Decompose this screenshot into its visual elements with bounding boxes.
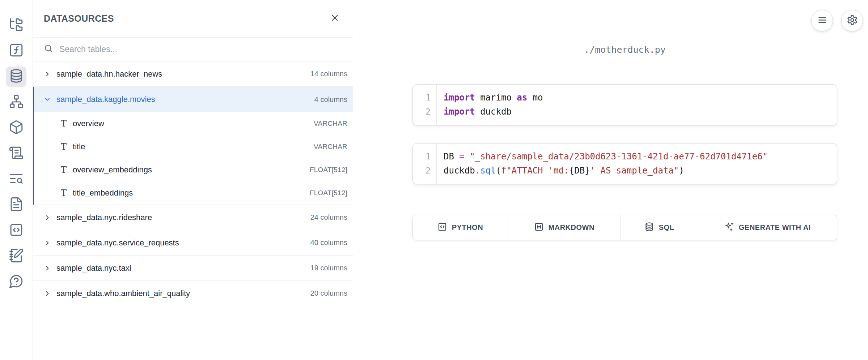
sparkles-icon (724, 222, 734, 233)
folder-tree-icon (9, 17, 24, 34)
code-line: duckdb.sql(f"ATTACH 'md:{DB}' AS sample_… (444, 164, 768, 178)
column-type: VARCHAR (314, 120, 347, 128)
table-name: sample_data.hn.hacker_news (56, 69, 162, 79)
table-row[interactable]: sample_data.hn.hacker_news14 columns (33, 61, 353, 87)
search-input[interactable] (59, 44, 342, 54)
column-row[interactable]: Toverview_embeddingsFLOAT[512] (34, 158, 353, 181)
gear-icon (847, 14, 858, 27)
column-row[interactable]: ToverviewVARCHAR (34, 112, 353, 135)
table-row[interactable]: sample_data.nyc.service_requests40 colum… (33, 230, 353, 256)
add-cell-button-label: SQL (659, 223, 674, 232)
table-list: sample_data.hn.hacker_news14 columnssamp… (33, 61, 353, 306)
add-cell-button-label: GENERATE WITH AI (739, 223, 811, 232)
add-cell-generate-with-ai-button[interactable]: GENERATE WITH AI (698, 215, 837, 240)
table-row[interactable]: sample_data.kaggle.movies4 columns (34, 87, 353, 112)
add-cell-button-label: PYTHON (452, 223, 483, 232)
code-cell[interactable]: 12DB = "_share/sample_data/23b0d623-1361… (412, 143, 837, 184)
column-type: FLOAT[512] (310, 189, 347, 197)
line-number-gutter: 12 (413, 85, 437, 125)
notebook-filename: ./motherduck.py (412, 44, 837, 55)
table-name: sample_data.nyc.rideshare (56, 213, 152, 222)
close-panel-button[interactable] (327, 11, 343, 27)
chevron-right-icon (44, 265, 51, 272)
database-icon (644, 222, 654, 233)
column-name: overview (73, 119, 104, 128)
database-icon (9, 68, 24, 85)
sidebar-item-datasources[interactable] (6, 67, 26, 87)
expanded-table-group: sample_data.kaggle.movies4 columnsToverv… (33, 87, 353, 205)
code-editor[interactable]: DB = "_share/sample_data/23b0d623-1361-4… (437, 143, 775, 184)
file-text-icon (9, 197, 24, 213)
text-search-icon (9, 171, 24, 188)
notebook-main-column: 12import marimo as moimport duckdb12DB =… (412, 84, 837, 240)
column-name: overview_embeddings (73, 165, 152, 175)
add-cell-markdown-button[interactable]: MARKDOWN (508, 215, 621, 240)
column-count: 40 columns (310, 239, 347, 247)
sidebar-item-logs[interactable] (6, 169, 26, 189)
table-name: sample_data.nyc.taxi (56, 263, 131, 273)
chevron-right-icon (44, 290, 51, 297)
text-type-icon: T (61, 166, 67, 174)
chevron-down-icon (44, 96, 51, 103)
code-editor[interactable]: import marimo as moimport duckdb (437, 85, 550, 125)
add-cell-bar: PYTHONMARKDOWNSQLGENERATE WITH AI (412, 215, 837, 240)
column-name: title_embeddings (73, 188, 133, 198)
sidebar-item-scratchpad[interactable] (6, 246, 26, 266)
column-count: 24 columns (310, 213, 347, 222)
header-actions (811, 10, 863, 31)
scroll-text-icon (9, 145, 24, 162)
search-bar (33, 38, 353, 61)
line-number-gutter: 12 (413, 143, 437, 184)
settings-button[interactable] (841, 10, 863, 31)
notebook-pen-icon (9, 248, 24, 265)
code-square-icon (437, 222, 447, 233)
table-name: sample_data.kaggle.movies (56, 95, 155, 104)
code-cell[interactable]: 12import marimo as moimport duckdb (412, 84, 837, 125)
column-row[interactable]: TtitleVARCHAR (34, 135, 353, 158)
panel-title: DATASOURCES (44, 13, 114, 24)
column-count: 19 columns (310, 264, 347, 272)
chevron-right-icon (44, 214, 51, 221)
hamburger-icon (817, 14, 828, 27)
table-row[interactable]: sample_data.nyc.taxi19 columns (33, 256, 353, 281)
column-count: 14 columns (310, 70, 347, 78)
column-count: 20 columns (310, 289, 347, 297)
box-icon (9, 120, 24, 136)
panel-header: DATASOURCES (33, 0, 353, 38)
search-icon (44, 44, 54, 55)
network-icon (9, 94, 24, 111)
sidebar-item-snippets[interactable] (6, 220, 26, 241)
code-line: import duckdb (444, 105, 543, 119)
sidebar-item-variables[interactable] (6, 41, 26, 61)
sidebar-item-file-explorer[interactable] (6, 15, 26, 35)
datasources-panel: DATASOURCES sample_data.hn.hacker_news14… (33, 0, 353, 360)
text-type-icon: T (61, 189, 67, 197)
sidebar-item-dependencies[interactable] (6, 92, 26, 112)
sidebar-icon-rail (0, 0, 33, 360)
add-cell-sql-button[interactable]: SQL (621, 215, 698, 240)
code-square-icon (9, 222, 24, 239)
chat-question-icon (9, 274, 24, 290)
sidebar-item-help[interactable] (6, 272, 26, 292)
close-icon (330, 13, 340, 24)
sidebar-item-packages[interactable] (6, 118, 26, 138)
markdown-square-icon (534, 222, 544, 233)
column-type: FLOAT[512] (310, 166, 347, 174)
menu-button[interactable] (811, 10, 833, 31)
text-type-icon: T (61, 119, 67, 128)
function-square-icon (9, 43, 24, 59)
cells-container: 12import marimo as moimport duckdb12DB =… (412, 84, 837, 184)
code-line: import marimo as mo (444, 91, 543, 105)
table-row[interactable]: sample_data.who.ambient_air_quality20 co… (33, 281, 353, 306)
sidebar-item-outline[interactable] (6, 143, 26, 164)
table-name: sample_data.who.ambient_air_quality (56, 289, 190, 298)
code-line: DB = "_share/sample_data/23b0d623-1361-4… (444, 150, 768, 164)
add-cell-python-button[interactable]: PYTHON (413, 215, 508, 240)
column-row[interactable]: Ttitle_embeddingsFLOAT[512] (34, 181, 353, 205)
chevron-right-icon (44, 70, 51, 78)
add-cell-button-label: MARKDOWN (549, 223, 594, 232)
sidebar-item-documentation[interactable] (6, 195, 26, 215)
column-count: 4 columns (314, 95, 347, 104)
table-row[interactable]: sample_data.nyc.rideshare24 columns (33, 205, 353, 230)
app-window: DATASOURCES sample_data.hn.hacker_news14… (0, 0, 868, 360)
